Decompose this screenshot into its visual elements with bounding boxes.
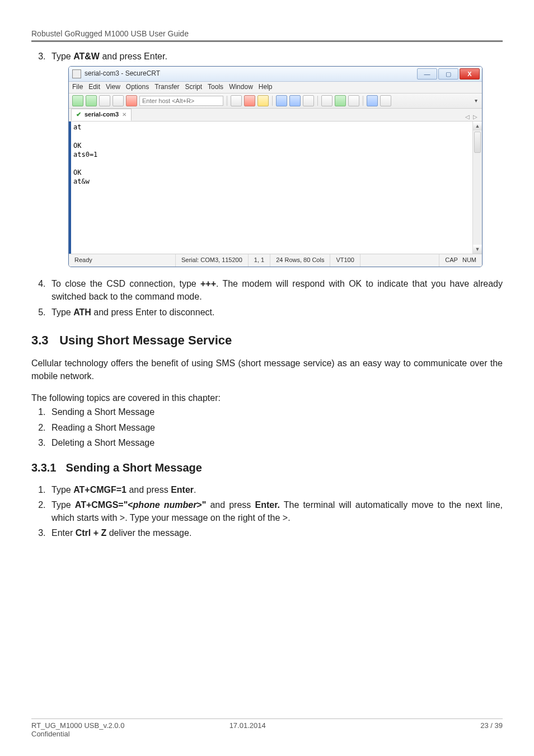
footer-page-number: 23 / 39 [427, 721, 503, 738]
print-setup-icon[interactable] [303, 95, 314, 106]
titlebar: serial-com3 - SecureCRT — ▢ X [69, 67, 482, 82]
step4-cmd: +++ [200, 279, 216, 288]
s2-cmd-b: phone number [133, 500, 197, 510]
s2-cmd-a: AT+CMGS="< [75, 500, 133, 510]
footer-date: 17.01.2014 [229, 721, 428, 738]
s2-mid: and press [206, 500, 255, 510]
page-footer: RT_UG_M1000 USB_v.2.0.0 Confidential 17.… [31, 718, 503, 738]
section-3.3.1-number: 3.3.1 [31, 461, 63, 474]
section-3.3-heading: 3.3 Using Short Message Service [31, 333, 503, 348]
section-3.3-para-2: The following topics are covered in this… [31, 391, 503, 404]
s2-prefix: Type [51, 500, 75, 510]
step5-cmd: ATH [73, 307, 91, 317]
topic-3: Deleting a Short Message [48, 436, 503, 449]
status-ready: Ready [69, 254, 176, 267]
s1-prefix: Type [51, 485, 73, 494]
status-port: Serial: COM3, 115200 [176, 254, 249, 267]
s1-suffix: . [194, 485, 196, 494]
footer-confidential: Confidential [31, 730, 229, 738]
toolbar-overflow-icon[interactable]: ▾ [473, 96, 479, 106]
maximize-button[interactable]: ▢ [438, 68, 458, 80]
step-3: Type AT&W and press Enter. serial-com3 -… [48, 50, 503, 267]
step-5: Type ATH and press Enter to disconnect. [48, 306, 503, 319]
print-preview-icon[interactable] [289, 95, 301, 106]
session-options-icon[interactable] [321, 95, 332, 106]
tab-label: serial-com3 [85, 110, 119, 119]
securecrt-window: serial-com3 - SecureCRT — ▢ X File Edit … [68, 66, 483, 267]
step3-prefix: Type [51, 52, 73, 61]
scrollbar[interactable]: ▲ ▼ [472, 122, 482, 254]
about-icon[interactable] [380, 95, 391, 106]
global-options-icon[interactable] [335, 95, 346, 106]
tabstrip: ✔ serial-com3 ✕ ◁ ▷ [69, 109, 482, 122]
paste-icon[interactable] [244, 95, 255, 106]
header-rule [31, 40, 503, 42]
s2-cmd-c: >" [196, 500, 206, 510]
step5-suffix: and press Enter to disconnect. [91, 307, 215, 317]
s1-mid: and press [127, 485, 171, 494]
toolbar-separator-2 [272, 96, 273, 106]
app-icon [72, 69, 81, 78]
s1-cmd: AT+CMGF=1 [73, 485, 127, 494]
status-cursor: 1, 1 [249, 254, 270, 267]
menu-edit[interactable]: Edit [88, 82, 100, 92]
toolbar: ▾ [69, 94, 482, 109]
s1-enter: Enter [171, 485, 194, 494]
footer-doc-id: RT_UG_M1000 USB_v.2.0.0 [31, 721, 229, 730]
section-3.3-para-1: Cellular technology offers the benefit o… [31, 357, 503, 382]
find-icon[interactable] [257, 95, 269, 106]
window-title: serial-com3 - SecureCRT [85, 69, 416, 78]
toolbar-separator [227, 96, 227, 106]
menu-options[interactable]: Options [126, 82, 149, 92]
scroll-down-icon[interactable]: ▼ [473, 245, 482, 254]
reconnect-icon[interactable] [99, 95, 110, 106]
tab-next-icon[interactable]: ▷ [473, 113, 477, 122]
statusbar: Ready Serial: COM3, 115200 1, 1 24 Rows,… [69, 254, 482, 267]
tab-prev-icon[interactable]: ◁ [465, 113, 470, 122]
menubar: File Edit View Options Transfer Script T… [69, 82, 482, 94]
menu-script[interactable]: Script [185, 82, 202, 92]
send-step-2: Type AT+CMGS="<phone number>" and press … [48, 498, 503, 524]
menu-window[interactable]: Window [229, 82, 253, 92]
disconnect-icon[interactable] [113, 95, 124, 106]
status-spacer [360, 254, 439, 267]
section-3.3-number: 3.3 [31, 333, 56, 348]
help-icon[interactable] [367, 95, 378, 106]
step-4: To close the CSD connection, type +++. T… [48, 277, 503, 303]
menu-view[interactable]: View [106, 82, 120, 92]
copy-icon[interactable] [231, 95, 242, 106]
section-3.3.1-title: Sending a Short Message [66, 461, 202, 474]
tab-close-icon[interactable]: ✕ [122, 111, 127, 119]
s2-enter: Enter. [255, 500, 279, 510]
connect-icon[interactable] [72, 95, 83, 106]
scroll-thumb[interactable] [474, 132, 481, 153]
step3-cmd: AT&W [73, 52, 100, 61]
menu-tools[interactable]: Tools [208, 82, 223, 92]
scroll-up-icon[interactable]: ▲ [473, 122, 482, 130]
tab-nav: ◁ ▷ [465, 113, 480, 122]
print-icon[interactable] [276, 95, 287, 106]
quick-connect-icon[interactable] [86, 95, 97, 106]
keymap-icon[interactable] [348, 95, 359, 106]
close-button[interactable]: X [460, 68, 480, 80]
step4-prefix: To close the CSD connection, type [51, 279, 200, 288]
connected-check-icon: ✔ [76, 110, 81, 119]
menu-help[interactable]: Help [259, 82, 273, 92]
menu-transfer[interactable]: Transfer [154, 82, 179, 92]
toolbar-separator-4 [363, 96, 363, 106]
send-step-3: Enter Ctrl + Z deliver the message. [48, 526, 503, 539]
topic-1: Sending a Short Message [48, 405, 503, 418]
cancel-icon[interactable] [126, 95, 137, 106]
topic-2: Reading a Short Message [48, 421, 503, 434]
status-caps: CAP [439, 254, 460, 267]
menu-file[interactable]: File [72, 82, 83, 92]
session-tab[interactable]: ✔ serial-com3 ✕ [71, 109, 132, 121]
status-size: 24 Rows, 80 Cols [270, 254, 330, 267]
footer-rule [31, 718, 503, 719]
host-input[interactable] [139, 96, 223, 106]
s3-prefix: Enter [51, 528, 76, 538]
section-3.3.1-heading: 3.3.1 Sending a Short Message [31, 461, 503, 474]
terminal-output[interactable]: at OK ats0=1 OK at&w [71, 122, 472, 254]
section-3.3-title: Using Short Message Service [59, 333, 232, 347]
minimize-button[interactable]: — [417, 68, 437, 80]
